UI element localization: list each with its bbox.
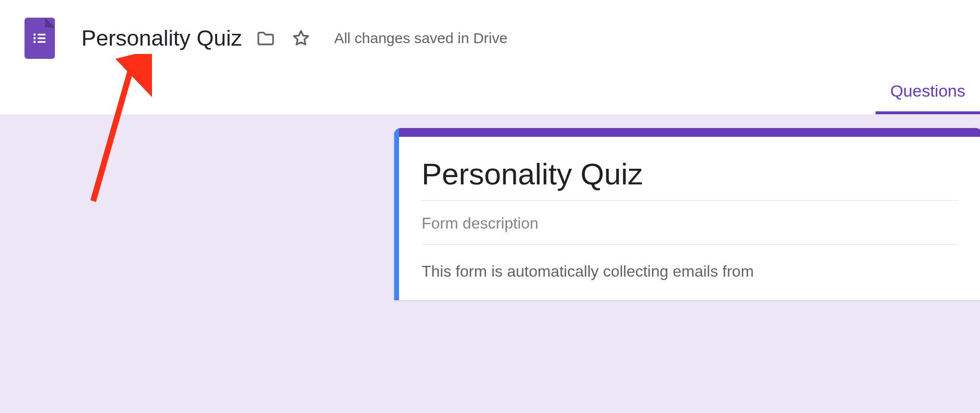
- save-status: All changes saved in Drive: [334, 30, 508, 47]
- svg-point-0: [33, 33, 36, 36]
- card-body: Personality Quiz Form description This f…: [394, 137, 980, 300]
- editor-canvas: Personality Quiz Form description This f…: [0, 114, 980, 413]
- form-description-input[interactable]: Form description: [422, 201, 958, 245]
- form-header-card[interactable]: Personality Quiz Form description This f…: [394, 128, 980, 300]
- svg-rect-3: [38, 37, 46, 39]
- tab-questions[interactable]: Questions: [876, 70, 980, 114]
- card-accent-left: [394, 128, 399, 300]
- svg-point-4: [33, 41, 36, 43]
- svg-point-2: [33, 37, 36, 40]
- star-icon[interactable]: [289, 26, 313, 50]
- google-forms-icon[interactable]: [25, 18, 55, 59]
- svg-rect-5: [38, 41, 46, 43]
- tabs-row: Questions: [0, 63, 980, 114]
- list-icon: [31, 29, 49, 47]
- header-bar: Personality Quiz All changes saved in Dr…: [0, 0, 980, 63]
- card-accent-top: [394, 128, 980, 137]
- form-title-input[interactable]: Personality Quiz: [422, 156, 958, 201]
- auto-collect-note: This form is automatically collecting em…: [422, 245, 958, 281]
- folder-icon[interactable]: [254, 26, 277, 50]
- document-title[interactable]: Personality Quiz: [81, 26, 242, 51]
- svg-rect-1: [38, 34, 46, 36]
